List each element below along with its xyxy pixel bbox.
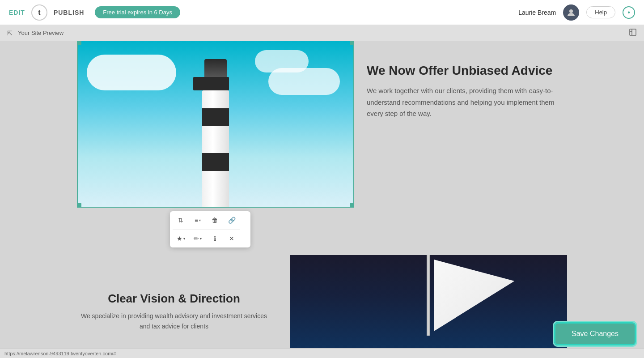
arrange-icon: ⇅ bbox=[178, 217, 183, 224]
avatar[interactable] bbox=[563, 4, 579, 21]
section2-body: We specialize in providing wealth adviso… bbox=[78, 311, 270, 331]
toolbar-arrange-button[interactable]: ⇅ bbox=[173, 213, 189, 227]
main-content: ⇅ ≡ ▾ 🗑 🔗 ★ ▾ ✏ ▾ ℹ bbox=[0, 41, 644, 358]
toolbar-align-button[interactable]: ≡ ▾ bbox=[190, 213, 206, 227]
toolbar-info-button[interactable]: ℹ bbox=[207, 231, 223, 246]
section2-title: Clear Vision & Direction bbox=[78, 292, 270, 306]
toolbar-link-button[interactable]: 🔗 bbox=[224, 213, 240, 227]
collapse-icon[interactable]: ⇱ bbox=[7, 30, 13, 37]
logo-circle[interactable]: t bbox=[31, 4, 47, 21]
sailboat-image[interactable] bbox=[290, 255, 567, 358]
edit-label[interactable]: EDIT bbox=[9, 9, 25, 16]
help-button[interactable]: Help bbox=[586, 6, 615, 18]
site-preview: ⇅ ≡ ▾ 🗑 🔗 ★ ▾ ✏ ▾ ℹ bbox=[0, 41, 644, 358]
dot-menu-button[interactable]: • bbox=[623, 6, 635, 19]
user-name: Laurie Bream bbox=[518, 9, 556, 16]
lighthouse-image[interactable] bbox=[78, 41, 353, 207]
resize-handle-br[interactable] bbox=[350, 203, 353, 207]
save-changes-button[interactable]: Save Changes bbox=[554, 322, 636, 345]
right-section: Laurie Bream Help • bbox=[518, 4, 635, 21]
align-caret: ▾ bbox=[199, 218, 201, 222]
resize-handle-tl[interactable] bbox=[78, 41, 81, 45]
toolbar-edit-button[interactable]: ✏ ▾ bbox=[190, 231, 206, 246]
delete-icon: 🗑 bbox=[212, 217, 218, 224]
resize-handle-tr[interactable] bbox=[350, 41, 353, 45]
url-display: https://melawrenson-9493119.twentyoverte… bbox=[4, 351, 116, 356]
star-icon: ★ bbox=[177, 235, 182, 242]
edit-icon: ✏ bbox=[194, 235, 199, 242]
close-icon: ✕ bbox=[229, 235, 234, 242]
expand-icon[interactable] bbox=[629, 28, 637, 38]
preview-bar: ⇱ Your Site Preview bbox=[0, 25, 644, 41]
info-icon: ℹ bbox=[214, 235, 216, 242]
link-icon: 🔗 bbox=[228, 217, 236, 224]
svg-rect-1 bbox=[630, 29, 636, 35]
publish-label[interactable]: PUBLISH bbox=[54, 9, 84, 16]
topbar: EDIT t PUBLISH Free trial expires in 6 D… bbox=[0, 0, 644, 25]
trial-badge[interactable]: Free trial expires in 6 Days bbox=[95, 6, 180, 18]
toolbar-close-button[interactable]: ✕ bbox=[224, 231, 240, 246]
section1-body: We work together with our clients, provi… bbox=[367, 85, 555, 119]
preview-label: Your Site Preview bbox=[18, 30, 64, 36]
element-toolbar: ⇅ ≡ ▾ 🗑 🔗 ★ ▾ ✏ ▾ ℹ bbox=[170, 211, 250, 247]
right-panel: We Now Offer Unbiased Advice We work tog… bbox=[367, 64, 555, 119]
svg-point-0 bbox=[569, 9, 573, 13]
statusbar: https://melawrenson-9493119.twentyoverte… bbox=[0, 348, 644, 358]
toolbar-delete-button[interactable]: 🗑 bbox=[207, 213, 223, 227]
bottom-left-text: Clear Vision & Direction We specialize i… bbox=[78, 292, 270, 331]
toolbar-star-button[interactable]: ★ ▾ bbox=[173, 231, 189, 246]
section1-title: We Now Offer Unbiased Advice bbox=[367, 64, 555, 78]
edit-caret: ▾ bbox=[200, 237, 202, 241]
align-icon: ≡ bbox=[195, 217, 198, 224]
star-caret: ▾ bbox=[183, 237, 185, 241]
resize-handle-bl[interactable] bbox=[78, 203, 81, 207]
